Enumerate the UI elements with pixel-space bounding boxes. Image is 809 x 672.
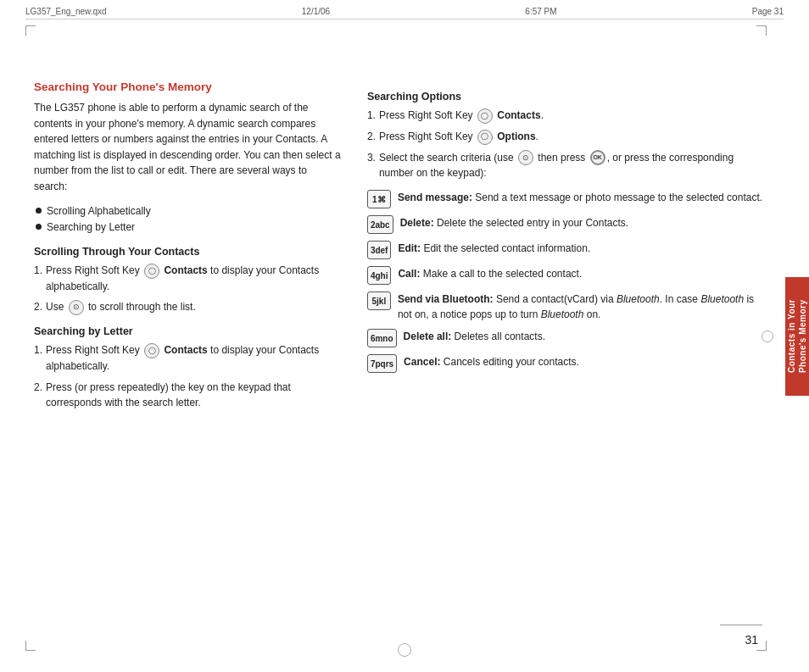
option-bluetooth: 5jkl Send via Bluetooth: Send a contact(…: [367, 292, 767, 322]
bluetooth-italic: Bluetooth: [617, 293, 660, 305]
option-label: Delete:: [400, 217, 434, 229]
step-text: Press (or press repeatedly) the key on t…: [46, 380, 342, 411]
option-text-3: Edit: Edit the selected contact informat…: [398, 241, 767, 256]
corner-bl: [25, 641, 36, 651]
soft-key-icon: ◯: [144, 264, 159, 279]
contacts-bold: Contacts: [164, 344, 207, 356]
left-section-title: Searching Your Phone's Memory: [34, 81, 342, 93]
bullet-dot: [36, 224, 42, 230]
option-text-6: Delete all: Deletes all contacts.: [404, 329, 767, 344]
right-column: Searching Options 1. Press Right Soft Ke…: [367, 30, 767, 630]
option-text-5: Send via Bluetooth: Send a contact(vCard…: [398, 292, 767, 322]
nav-key-icon: ⊙: [69, 300, 84, 315]
right-step-2: 2. Press Right Soft Key ◯ Options.: [367, 129, 767, 145]
option-key-2: 2abc: [367, 215, 393, 234]
option-cancel: 7pqrs Cancel: Cancels editing your conta…: [367, 354, 767, 373]
option-label: Send message:: [398, 192, 472, 203]
list-item: Searching by Letter: [36, 219, 342, 236]
option-text-7: Cancel: Cancels editing your contacts.: [404, 354, 767, 369]
option-key-3: 3def: [367, 241, 392, 259]
searching-title: Searching by Letter: [34, 325, 342, 337]
option-call: 4ghi Call: Make a call to the selected c…: [367, 266, 767, 285]
option-label: Send via Bluetooth:: [398, 293, 494, 305]
contacts-bold: Contacts: [497, 109, 540, 121]
step-text: Select the search criteria (use ⊙ then p…: [379, 150, 767, 181]
step-text: Press Right Soft Key ◯ Contacts to displ…: [46, 342, 342, 374]
left-column: Searching Your Phone's Memory The LG357 …: [34, 30, 342, 630]
content-area: Searching Your Phone's Memory The LG357 …: [34, 30, 767, 630]
header-date: 12/1/06: [302, 7, 330, 16]
side-tab: Contacts in YourPhone's Memory: [785, 277, 809, 396]
scrolling-title: Scrolling Through Your Contacts: [34, 246, 342, 258]
header-bar: LG357_Eng_new.qxd 12/1/06 6:57 PM Page 3…: [25, 7, 784, 19]
bullet-dot: [36, 208, 42, 214]
step-text: Press Right Soft Key ◯ Contacts.: [379, 108, 544, 124]
option-key-1: 1⌘: [367, 190, 391, 208]
right-step-1: 1. Press Right Soft Key ◯ Contacts.: [367, 108, 767, 124]
scrolling-step-2: 2. Use ⊙ to scroll through the list.: [34, 299, 342, 315]
nav-key-icon: ⊙: [518, 150, 533, 165]
option-label: Delete all:: [404, 330, 452, 342]
bullet-item-2: Searching by Letter: [47, 219, 135, 236]
option-key-7: 7pqrs: [367, 354, 397, 373]
step-num: 2.: [367, 129, 376, 145]
right-section-title: Searching Options: [367, 91, 767, 103]
header-time: 6:57 PM: [525, 7, 556, 16]
searching-step-2: 2. Press (or press repeatedly) the key o…: [34, 380, 342, 411]
soft-key-icon: ◯: [477, 108, 493, 124]
page-container: LG357_Eng_new.qxd 12/1/06 6:57 PM Page 3…: [0, 0, 809, 672]
step-text: Press Right Soft Key ◯ Options.: [379, 129, 538, 145]
step-text: Press Right Soft Key ◯ Contacts to displ…: [46, 263, 342, 294]
step-num: 1.: [34, 342, 42, 374]
step-text: Use ⊙ to scroll through the list.: [46, 299, 196, 315]
option-delete-all: 6mno Delete all: Deletes all contacts.: [367, 329, 767, 347]
right-step-3: 3. Select the search criteria (use ⊙ the…: [367, 150, 767, 181]
options-bold: Options: [497, 131, 535, 142]
option-key-5: 5jkl: [367, 292, 391, 310]
option-edit: 3def Edit: Edit the selected contact inf…: [367, 241, 767, 259]
step-num: 2.: [34, 380, 42, 411]
option-text-1: Send message: Send a text message or pho…: [398, 190, 767, 205]
bullet-list: Scrolling Alphabetically Searching by Le…: [34, 203, 342, 236]
bluetooth-italic3: Bluetooth: [541, 308, 584, 320]
option-text-4: Call: Make a call to the selected contac…: [398, 266, 767, 281]
bullet-item-1: Scrolling Alphabetically: [47, 203, 151, 219]
step-num: 1.: [367, 108, 376, 124]
scrolling-step-1: 1. Press Right Soft Key ◯ Contacts to di…: [34, 263, 342, 294]
header-filename: LG357_Eng_new.qxd: [25, 7, 107, 16]
soft-key-icon: ◯: [144, 343, 159, 358]
searching-step-1: 1. Press Right Soft Key ◯ Contacts to di…: [34, 342, 342, 374]
option-send-message: 1⌘ Send message: Send a text message or …: [367, 190, 767, 208]
step-num: 1.: [34, 263, 42, 294]
option-label: Edit:: [398, 242, 421, 254]
step-num: 3.: [367, 150, 376, 181]
option-key-4: 4ghi: [367, 266, 392, 285]
page-number: 31: [745, 633, 758, 647]
list-item: Scrolling Alphabetically: [36, 203, 342, 219]
intro-text: The LG357 phone is able to perform a dyn…: [34, 100, 342, 195]
option-key-6: 6mno: [367, 329, 397, 347]
option-label: Call:: [398, 268, 420, 280]
option-text-2: Delete: Delete the selected entry in you…: [400, 215, 767, 230]
contacts-bold: Contacts: [164, 264, 207, 276]
bluetooth-italic2: Bluetooth: [700, 293, 744, 305]
bottom-registration-circle: [398, 643, 411, 657]
ok-key-icon: OK: [590, 150, 605, 165]
step-num: 2.: [34, 299, 42, 315]
soft-key-icon: ◯: [477, 130, 493, 145]
option-label: Cancel:: [404, 356, 440, 368]
header-page: Page 31: [752, 7, 784, 16]
side-tab-text: Contacts in YourPhone's Memory: [786, 299, 808, 373]
option-delete: 2abc Delete: Delete the selected entry i…: [367, 215, 767, 234]
